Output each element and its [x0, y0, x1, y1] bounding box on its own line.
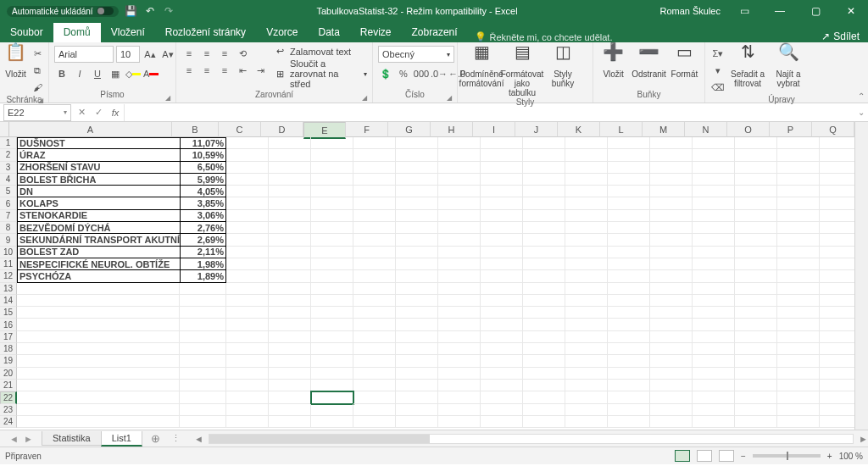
cell-L9[interactable] [608, 234, 650, 246]
cell-H11[interactable] [438, 258, 481, 270]
cell-B13[interactable] [180, 283, 226, 295]
cell-I17[interactable] [481, 331, 523, 343]
cell-O16[interactable] [735, 319, 777, 330]
cell-B11[interactable]: 1,98% [180, 258, 226, 270]
cell-C20[interactable] [226, 368, 269, 380]
cell-L5[interactable] [608, 186, 650, 197]
cell-K10[interactable] [565, 247, 608, 258]
cell-E23[interactable] [311, 404, 353, 416]
view-normal-icon[interactable] [675, 450, 690, 462]
tab-review[interactable]: Revize [350, 23, 402, 42]
cell-A10[interactable]: BOLEST ZAD [17, 247, 180, 258]
cell-K11[interactable] [565, 258, 608, 270]
cell-K18[interactable] [565, 343, 608, 355]
cell-M13[interactable] [650, 283, 693, 295]
row-header-15[interactable]: 15 [0, 307, 17, 319]
cell-I13[interactable] [481, 283, 523, 295]
cell-O6[interactable] [735, 197, 777, 209]
cell-M14[interactable] [650, 295, 693, 307]
align-middle-icon[interactable]: ≡ [199, 46, 214, 61]
wrap-text-button[interactable]: ↩Zalamovat text [276, 46, 367, 57]
cell-N15[interactable] [693, 307, 735, 319]
cell-G13[interactable] [396, 283, 438, 295]
cell-B5[interactable]: 4,05% [180, 186, 226, 197]
cell-D12[interactable] [269, 270, 311, 282]
cell-K8[interactable] [565, 222, 608, 234]
cell-H10[interactable] [438, 247, 481, 258]
autosave-toggle[interactable]: Automatické ukládání [7, 6, 119, 17]
cell-C19[interactable] [226, 355, 269, 367]
align-top-icon[interactable]: ≡ [181, 46, 197, 61]
cell-Q16[interactable] [820, 319, 854, 330]
cell-G21[interactable] [396, 380, 438, 391]
fx-icon[interactable]: fx [107, 108, 124, 118]
cell-H12[interactable] [438, 270, 481, 282]
cell-C3[interactable] [226, 162, 269, 174]
cell-H7[interactable] [438, 210, 481, 222]
cell-K24[interactable] [565, 416, 608, 428]
cell-B2[interactable]: 10,59% [180, 149, 226, 161]
cell-E9[interactable] [311, 234, 353, 246]
shrink-font-icon[interactable]: A▾ [160, 47, 175, 62]
cell-B9[interactable]: 2,69% [180, 234, 226, 246]
sheet-tab-list1[interactable]: List1 [101, 431, 142, 447]
cell-H6[interactable] [438, 197, 481, 209]
cell-N5[interactable] [693, 186, 735, 197]
row-header-7[interactable]: 7 [0, 210, 17, 222]
cell-L2[interactable] [608, 149, 650, 161]
cell-O10[interactable] [735, 247, 777, 258]
cell-J18[interactable] [523, 343, 565, 355]
cell-M5[interactable] [650, 186, 693, 197]
column-header-N[interactable]: N [685, 122, 727, 137]
number-format-select[interactable]: Obecný▾ [378, 46, 454, 63]
row-header-20[interactable]: 20 [0, 368, 17, 380]
align-center-icon[interactable]: ≡ [199, 63, 214, 78]
cell-L13[interactable] [608, 283, 650, 295]
cell-E24[interactable] [311, 416, 353, 428]
cell-M21[interactable] [650, 380, 693, 391]
hscroll-left-icon[interactable]: ◄ [194, 434, 203, 444]
autosum-icon[interactable]: Σ▾ [710, 46, 726, 61]
bold-button[interactable]: B [54, 66, 70, 81]
column-header-E[interactable]: E [303, 122, 346, 139]
row-header-3[interactable]: 3 [0, 162, 17, 174]
cell-A5[interactable]: DN [17, 186, 180, 197]
cell-I6[interactable] [481, 197, 523, 209]
cell-K14[interactable] [565, 295, 608, 307]
tell-me[interactable]: 💡 Řekněte mi, co chcete udělat. [475, 31, 613, 42]
cell-J11[interactable] [523, 258, 565, 270]
cell-G20[interactable] [396, 368, 438, 380]
cell-E13[interactable] [311, 283, 353, 295]
cell-E22[interactable] [311, 391, 353, 403]
cell-H16[interactable] [438, 319, 481, 330]
cell-Q2[interactable] [820, 149, 854, 161]
cell-Q10[interactable] [820, 247, 854, 258]
cell-L11[interactable] [608, 258, 650, 270]
cell-B8[interactable]: 2,76% [180, 222, 226, 234]
cell-D21[interactable] [269, 380, 311, 391]
cell-J2[interactable] [523, 149, 565, 161]
cell-K13[interactable] [565, 283, 608, 295]
cell-E20[interactable] [311, 368, 353, 380]
format-cells-button[interactable]: ▭Formát [670, 46, 699, 79]
cell-E15[interactable] [311, 307, 353, 319]
row-header-4[interactable]: 4 [0, 174, 17, 186]
cell-C6[interactable] [226, 197, 269, 209]
cell-J4[interactable] [523, 174, 565, 186]
cell-M10[interactable] [650, 247, 693, 258]
cell-A19[interactable] [17, 355, 180, 367]
fill-color-button[interactable]: ◇ [125, 66, 141, 81]
column-header-O[interactable]: O [727, 122, 770, 137]
insert-cells-button[interactable]: ➕Vložit [598, 46, 628, 79]
row-header-10[interactable]: 10 [0, 247, 17, 258]
cell-O24[interactable] [735, 416, 777, 428]
align-right-icon[interactable]: ≡ [217, 63, 232, 78]
cell-G12[interactable] [396, 270, 438, 282]
cell-Q24[interactable] [820, 416, 854, 428]
cell-N17[interactable] [693, 331, 735, 343]
cell-P2[interactable] [777, 149, 820, 161]
cell-N19[interactable] [693, 355, 735, 367]
cell-Q13[interactable] [820, 283, 854, 295]
clear-icon[interactable]: ⌫ [710, 80, 726, 95]
cell-F2[interactable] [353, 149, 396, 161]
